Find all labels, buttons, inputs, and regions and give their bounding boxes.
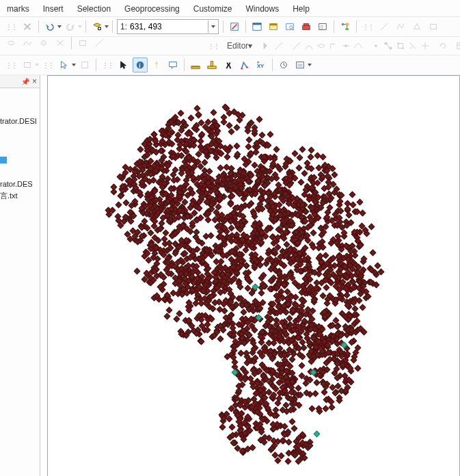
toolbar-grip-2[interactable]: ⋮⋮	[360, 23, 376, 31]
more-tool-icon[interactable]	[92, 36, 107, 51]
map-point	[280, 437, 286, 444]
go-xy-icon[interactable]: XY	[254, 57, 269, 72]
redo-dropdown[interactable]	[77, 20, 83, 34]
tools-grip-1[interactable]: ⋮⋮	[3, 62, 19, 69]
catalog-window-icon[interactable]	[266, 19, 281, 34]
midpoint-icon[interactable]	[340, 38, 351, 53]
select-features-icon[interactable]	[57, 57, 72, 72]
model-builder-icon[interactable]	[338, 19, 353, 34]
html-popup-icon[interactable]	[165, 57, 180, 72]
layer-dropdown-icon[interactable]	[20, 57, 35, 72]
edit-vertices-icon[interactable]	[383, 38, 394, 53]
edit-tool-icon[interactable]	[261, 38, 272, 53]
right-angle-icon[interactable]	[328, 38, 339, 53]
hyperlink-icon[interactable]	[149, 57, 164, 72]
toc-item[interactable]	[0, 154, 40, 165]
attributes-icon[interactable]	[455, 38, 460, 53]
svg-point-38	[241, 68, 243, 70]
map-point	[219, 423, 226, 430]
rect2-tool-icon[interactable]	[75, 36, 90, 51]
measure-icon[interactable]	[188, 57, 203, 72]
find-icon[interactable]	[221, 57, 236, 72]
map-point	[351, 305, 358, 312]
trace-icon[interactable]	[316, 38, 327, 53]
arctoolbox-icon[interactable]	[299, 19, 314, 34]
rect-tool-icon[interactable]	[426, 19, 441, 34]
menu-geoprocessing[interactable]: Geoprocessing	[118, 3, 187, 15]
add-data-icon[interactable]	[90, 19, 105, 34]
delete-icon[interactable]	[20, 19, 35, 34]
reshape-icon[interactable]	[395, 38, 406, 53]
edit-anno-icon[interactable]	[273, 38, 284, 53]
tools-grip-3[interactable]: ⋮⋮	[99, 62, 116, 69]
map-point	[243, 263, 250, 269]
map-point	[245, 143, 252, 150]
map-point	[208, 232, 215, 239]
scale-dropdown[interactable]	[208, 21, 218, 33]
scale-prefix: 1:	[118, 22, 127, 31]
map-point	[289, 418, 296, 425]
map-point	[226, 122, 232, 129]
map-point	[286, 439, 293, 446]
close-icon[interactable]: ×	[31, 77, 38, 86]
map-point	[332, 172, 338, 178]
toolbar-grip[interactable]: ⋮⋮	[3, 23, 19, 31]
redo-icon[interactable]	[63, 19, 78, 34]
polygon-tool-icon[interactable]	[409, 19, 424, 34]
map-point	[256, 116, 262, 122]
menu-insert[interactable]: Insert	[36, 3, 70, 15]
polyline-tool-icon[interactable]	[393, 19, 408, 34]
ellipse-tool-icon[interactable]	[3, 36, 18, 51]
map-canvas[interactable]	[47, 75, 460, 476]
python-window-icon[interactable]: ▯	[315, 19, 330, 34]
menu-help[interactable]: Help	[286, 3, 316, 15]
tools-grip-2[interactable]: ⋮⋮	[40, 62, 56, 69]
search-window-icon[interactable]	[282, 19, 297, 34]
rotate-icon[interactable]	[437, 38, 448, 53]
toc-item[interactable]: trator.DESI	[0, 116, 40, 127]
identify-icon[interactable]: i	[133, 57, 148, 72]
menu-selection[interactable]: Selection	[70, 3, 118, 15]
svg-point-20	[345, 44, 348, 47]
viewer-window-icon[interactable]	[293, 57, 308, 72]
line-tool-icon[interactable]	[377, 19, 392, 34]
split-icon[interactable]	[420, 38, 431, 53]
editor-menu[interactable]: Editor▾	[221, 40, 255, 52]
arc-seg-icon[interactable]	[303, 38, 314, 53]
cut-tool-icon[interactable]	[53, 36, 68, 51]
svg-text:▯: ▯	[321, 25, 323, 29]
cut-poly-icon[interactable]	[407, 38, 418, 53]
menu-marks[interactable]: marks	[0, 3, 36, 15]
select-features-dropdown[interactable]	[71, 58, 77, 72]
anchor-tool-icon[interactable]	[36, 36, 51, 51]
measure-area-icon[interactable]	[204, 57, 219, 72]
menu-customize[interactable]: Customize	[187, 3, 239, 15]
toc-window-icon[interactable]	[249, 19, 265, 34]
toc-item[interactable]: 言.txt	[0, 189, 40, 202]
svg-rect-30	[25, 63, 31, 68]
pin-icon[interactable]: 📌	[21, 78, 29, 85]
straight-seg-icon[interactable]	[291, 38, 302, 53]
editor-toolbar-icon[interactable]	[227, 19, 242, 34]
undo-dropdown[interactable]	[57, 20, 62, 34]
add-data-dropdown[interactable]	[104, 20, 109, 34]
point-icon[interactable]	[370, 38, 381, 53]
editor-grip[interactable]: ⋮⋮	[205, 42, 221, 50]
layer-dropdown[interactable]	[34, 58, 40, 72]
map-point	[234, 124, 241, 131]
svg-point-26	[403, 47, 405, 49]
toc-item[interactable]: rator.DES	[0, 178, 40, 189]
map-point	[246, 136, 253, 143]
select-element-icon[interactable]	[116, 57, 131, 72]
scale-input[interactable]	[127, 21, 208, 32]
undo-icon[interactable]	[42, 19, 57, 34]
clear-select-icon[interactable]	[77, 57, 92, 72]
viewer-dropdown[interactable]	[307, 58, 312, 72]
time-slider-icon[interactable]	[276, 57, 291, 72]
map-point	[324, 300, 331, 307]
bezier-icon[interactable]	[353, 38, 364, 53]
map-point	[329, 165, 336, 172]
find-route-icon[interactable]	[237, 57, 252, 72]
freehand-tool-icon[interactable]	[20, 36, 35, 51]
menu-windows[interactable]: Windows	[239, 3, 286, 15]
